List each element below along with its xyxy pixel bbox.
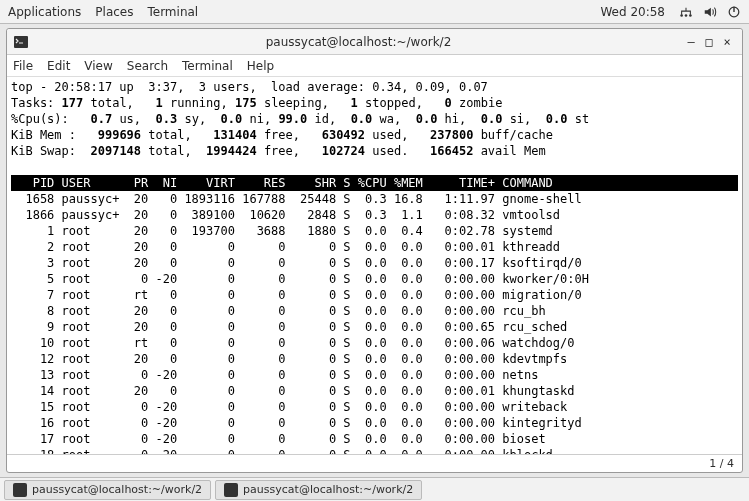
process-row: 3 root 20 0 0 0 0 S 0.0 0.0 0:00.17 ksof… [11, 255, 738, 271]
window-statusbar: 1 / 4 [7, 454, 742, 472]
panel-menu-places[interactable]: Places [95, 5, 133, 19]
volume-icon[interactable] [703, 5, 717, 19]
process-row: 9 root 20 0 0 0 0 S 0.0 0.0 0:00.65 rcu_… [11, 319, 738, 335]
menu-file[interactable]: File [13, 59, 33, 73]
workspace-pager[interactable]: 1 / 4 [709, 457, 734, 470]
taskbar-button-label: paussycat@localhost:~/work/2 [243, 483, 413, 496]
terminal-app-icon [13, 34, 29, 50]
process-row: 10 root rt 0 0 0 0 S 0.0 0.0 0:00.06 wat… [11, 335, 738, 351]
process-row: 16 root 0 -20 0 0 0 S 0.0 0.0 0:00.00 ki… [11, 415, 738, 431]
panel-clock[interactable]: Wed 20:58 [600, 5, 665, 19]
terminal-output[interactable]: top - 20:58:17 up 3:37, 3 users, load av… [7, 77, 742, 454]
process-row: 15 root 0 -20 0 0 0 S 0.0 0.0 0:00.00 wr… [11, 399, 738, 415]
window-close-button[interactable]: × [718, 35, 736, 49]
menu-edit[interactable]: Edit [47, 59, 70, 73]
terminal-icon [13, 483, 27, 497]
process-row: 1866 paussyc+ 20 0 389100 10620 2848 S 0… [11, 207, 738, 223]
process-row: 2 root 20 0 0 0 0 S 0.0 0.0 0:00.01 kthr… [11, 239, 738, 255]
power-icon[interactable] [727, 5, 741, 19]
process-row: 13 root 0 -20 0 0 0 S 0.0 0.0 0:00.00 ne… [11, 367, 738, 383]
process-row: 7 root rt 0 0 0 0 S 0.0 0.0 0:00.00 migr… [11, 287, 738, 303]
window-title: paussycat@localhost:~/work/2 [35, 35, 682, 49]
panel-menu-terminal[interactable]: Terminal [147, 5, 198, 19]
terminal-icon [224, 483, 238, 497]
menu-search[interactable]: Search [127, 59, 168, 73]
process-row: 12 root 20 0 0 0 0 S 0.0 0.0 0:00.00 kde… [11, 351, 738, 367]
network-icon[interactable] [679, 5, 693, 19]
taskbar-button-2[interactable]: paussycat@localhost:~/work/2 [215, 480, 422, 500]
window-maximize-button[interactable]: □ [700, 35, 718, 49]
taskbar-button-1[interactable]: paussycat@localhost:~/work/2 [4, 480, 211, 500]
menu-terminal[interactable]: Terminal [182, 59, 233, 73]
taskbar-button-label: paussycat@localhost:~/work/2 [32, 483, 202, 496]
svg-rect-5 [14, 36, 28, 48]
top-header-row: PID USER PR NI VIRT RES SHR S %CPU %MEM … [11, 175, 738, 191]
process-row: 18 root 0 -20 0 0 0 S 0.0 0.0 0:00.00 kb… [11, 447, 738, 454]
svg-point-1 [685, 14, 688, 17]
menu-view[interactable]: View [84, 59, 112, 73]
gnome-top-panel: Applications Places Terminal Wed 20:58 [0, 0, 749, 24]
panel-menu-applications[interactable]: Applications [8, 5, 81, 19]
process-row: 8 root 20 0 0 0 0 S 0.0 0.0 0:00.00 rcu_… [11, 303, 738, 319]
process-row: 17 root 0 -20 0 0 0 S 0.0 0.0 0:00.00 bi… [11, 431, 738, 447]
terminal-menubar: File Edit View Search Terminal Help [7, 55, 742, 77]
process-row: 1 root 20 0 193700 3688 1880 S 0.0 0.4 0… [11, 223, 738, 239]
menu-help[interactable]: Help [247, 59, 274, 73]
gnome-bottom-taskbar: paussycat@localhost:~/work/2 paussycat@l… [0, 477, 749, 501]
process-row: 5 root 0 -20 0 0 0 S 0.0 0.0 0:00.00 kwo… [11, 271, 738, 287]
terminal-window: paussycat@localhost:~/work/2 — □ × File … [6, 28, 743, 473]
window-minimize-button[interactable]: — [682, 35, 700, 49]
process-row: 1658 paussyc+ 20 0 1893116 167788 25448 … [11, 191, 738, 207]
process-row: 14 root 20 0 0 0 0 S 0.0 0.0 0:00.01 khu… [11, 383, 738, 399]
window-titlebar[interactable]: paussycat@localhost:~/work/2 — □ × [7, 29, 742, 55]
